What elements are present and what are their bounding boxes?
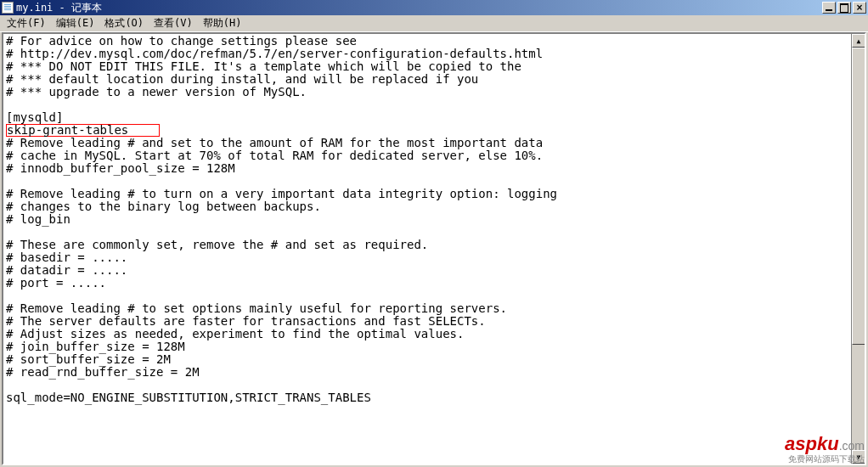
menu-help[interactable]: 帮助(H) [198,14,247,32]
menu-view[interactable]: 查看(V) [149,14,198,32]
editor-textarea[interactable]: # For advice on how to change settings p… [3,34,851,464]
highlighted-config-line: skip-grant-tables [6,124,160,137]
scroll-down-button[interactable] [852,450,865,464]
menu-file[interactable]: 文件(F) [2,14,51,32]
titlebar: my.ini - 记事本 [0,0,868,15]
window-title: my.ini - 记事本 [16,1,822,15]
scroll-up-button[interactable] [852,34,865,48]
close-button[interactable] [853,2,866,14]
menu-format[interactable]: 格式(O) [99,14,149,32]
scroll-thumb[interactable] [852,48,865,345]
window-controls [822,2,866,14]
menubar: 文件(F) 编辑(E) 格式(O) 查看(V) 帮助(H) [0,15,868,32]
vertical-scrollbar[interactable] [851,34,865,464]
menu-edit[interactable]: 编辑(E) [51,14,100,32]
maximize-button[interactable] [837,2,851,14]
app-icon [2,2,14,14]
editor-frame: # For advice on how to change settings p… [2,32,866,465]
minimize-button[interactable] [822,2,836,14]
